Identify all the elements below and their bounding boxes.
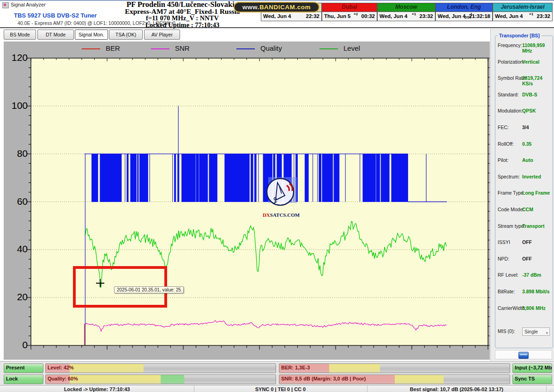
meter-fill-segment xyxy=(70,364,144,373)
clock-utc-offset: +2 xyxy=(354,12,358,16)
world-clock-moscow: MoscowWed, Jun 4+123:32 xyxy=(377,3,435,21)
transponder-label: Code Mode: xyxy=(498,207,524,212)
transponder-title: Transponder [BS] xyxy=(498,33,541,38)
tab-signal-mon-[interactable]: Signal Mon. xyxy=(75,30,108,40)
transponder-value: Inverted xyxy=(522,174,541,179)
transponder-label: Polarization: xyxy=(498,59,524,65)
clock-city-label: Moscow xyxy=(378,3,435,12)
clock-time: 23:32 xyxy=(537,13,550,19)
transponder-label: Spectrum: xyxy=(498,174,520,179)
mis-label: MIS (0): xyxy=(498,328,515,334)
tab-tsa-ok-[interactable]: TSA (OK) xyxy=(109,30,143,40)
transponder-value: 11069,959 MHz xyxy=(522,42,554,53)
meter-label: Lock xyxy=(6,376,18,381)
clock-date: Wed, Jun 4 xyxy=(263,13,291,19)
clock-time-row: Wed, Jun 422:32 xyxy=(261,12,321,21)
clock-time-row: Wed, Jun 4DST-121:32:18 xyxy=(436,12,492,21)
meter-fill-segment xyxy=(395,375,444,384)
transponder-value: Auto xyxy=(522,157,533,163)
transponder-value: OFF xyxy=(522,239,532,245)
meter-label: Present xyxy=(6,365,24,370)
status-bar: .:: Locked -> Uptime: 77:10:43SYNC 0 | T… xyxy=(0,385,554,392)
statusbar-segment-1: SYNC 0 | TEI 0 | CC 0 xyxy=(194,386,367,392)
transponder-value: 3/4 xyxy=(522,125,529,130)
transponder-label: Standard: xyxy=(498,92,519,97)
transponder-value: 2819,724 KS/s xyxy=(522,75,554,86)
signal-meters: PresentLevel: 42%BER: 1,3E-3Input (~3,72… xyxy=(0,361,554,385)
transponder-value: -37 dBm xyxy=(522,272,541,278)
statusbar-segment-0: Locked -> Uptime: 77:10:43 xyxy=(0,386,194,392)
transponder-label: Modulation: xyxy=(498,108,523,113)
meter-input-mbps-: Input (~3,72 Mbps) xyxy=(512,363,552,373)
window-title: Signal Analyzer xyxy=(11,2,46,7)
clock-city-label: London, Eng xyxy=(436,3,492,12)
transponder-value: 0.35 xyxy=(522,141,531,147)
world-clock-jerusalem-israel: Jerusalem-IsraelWed, Jun 4+123:32 xyxy=(493,3,553,21)
clock-time: 21:32:18 xyxy=(469,13,490,19)
tab-bs-mode[interactable]: BS Mode xyxy=(4,30,36,40)
clock-date: Wed, Jun 4 xyxy=(379,13,408,19)
watermark-text: DXSATCS.COM xyxy=(260,212,302,218)
chart-tooltip: 2025-06-01 20.35.01, value: 25 xyxy=(114,286,184,293)
meter-lock: Lock xyxy=(4,374,43,384)
world-clock-london-eng: London, EngWed, Jun 4DST-121:32:18 xyxy=(435,3,493,21)
app-window: Signal Analyzer TBS 5927 USB DVB-S2 Tune… xyxy=(0,0,554,392)
transponder-value: Vertical xyxy=(522,59,539,65)
tab-av-player[interactable]: AV Player xyxy=(144,30,180,40)
meter-label: BER: 1,3E-3 xyxy=(281,365,310,370)
meter-ber: BER: 1,3E-3 xyxy=(279,363,510,373)
tuner-name: TBS 5927 USB DVB-S2 Tuner xyxy=(14,12,97,19)
meter-label: Quality: 60% xyxy=(48,376,78,381)
dxsatcs-watermark: DXSATCS.COM xyxy=(260,177,302,218)
clock-city-label: Jerusalem-Israel xyxy=(493,3,552,12)
meter-label: Level: 42% xyxy=(48,365,74,370)
tab-dt-mode[interactable]: DT Mode xyxy=(37,30,74,40)
clock-time-row: Wed, Jun 4+123:32 xyxy=(493,12,552,21)
snapshot-button[interactable] xyxy=(518,352,529,359)
mis-dropdown[interactable]: Single▾ xyxy=(522,327,550,336)
bandicam-banner: www.BANDICAM.com xyxy=(234,2,319,12)
meter-present: Present xyxy=(4,363,43,373)
meter-fill-segment xyxy=(329,364,380,373)
meter-sync-ts: Sync TS xyxy=(512,374,552,384)
transponder-label: BitRate: xyxy=(498,289,515,294)
statusbar-segment-3 xyxy=(546,386,554,392)
transponder-label: NPD: xyxy=(498,256,509,261)
header-line-frequency: f=11 070 MHz_V : NNTV xyxy=(106,15,259,22)
clock-city-label: Dubai xyxy=(322,3,377,12)
transponder-value: OFF xyxy=(522,256,532,261)
app-icon xyxy=(2,2,9,8)
transponder-value: 3.898 Mbit/s xyxy=(522,289,550,294)
signal-chart[interactable] xyxy=(4,42,490,360)
clock-utc-offset: +1 xyxy=(529,12,533,16)
transponder-label: RollOff: xyxy=(498,141,514,147)
transponder-value: Transport xyxy=(522,223,544,229)
meter-fill-segment xyxy=(70,375,161,384)
statusbar-segment-2: Best signal: 10,7 dB (2025-06-02 13:17) xyxy=(367,386,547,392)
transponder-label: RF Level: xyxy=(498,272,518,278)
transponder-label: Pilot: xyxy=(498,157,508,163)
clock-time-row: Thu, Jun 5+200:32 xyxy=(322,12,377,21)
meter-level: Level: 42% xyxy=(45,363,276,373)
clock-utc-offset: +1 xyxy=(412,12,416,16)
chevron-down-icon: ▾ xyxy=(546,329,548,337)
transponder-label: ISSYI xyxy=(498,239,510,245)
clock-time: 00:32 xyxy=(361,13,375,19)
transponder-label: Frequency: xyxy=(498,42,522,48)
meter-snr: SNR: 8,5 dB (Margin: 3,0 dB | Poor) xyxy=(279,374,510,384)
snapshot-strip xyxy=(495,350,552,359)
transponder-value: 3,806 MHz xyxy=(522,305,546,311)
world-clock-dubai: DubaiThu, Jun 5+200:32 xyxy=(322,3,377,21)
transponder-value: DVB-S xyxy=(522,92,537,97)
clock-time: 22:32 xyxy=(306,13,319,19)
transponder-value: QPSK xyxy=(522,108,536,113)
clock-time: 23:32 xyxy=(420,13,433,19)
clock-time-row: Wed, Jun 4+123:32 xyxy=(378,12,435,21)
meter-label: Sync TS xyxy=(515,376,535,381)
meter-quality: Quality: 60% xyxy=(45,374,276,384)
transponder-value: CCM xyxy=(522,207,533,212)
transponder-label: Frame Type: xyxy=(498,190,525,196)
satellite-dish-logo xyxy=(262,177,301,210)
signal-monitor-panel: BERSNRQualityLevel 120100806040200 2025-… xyxy=(4,42,490,360)
clock-date: Wed, Jun 4 xyxy=(495,13,523,19)
